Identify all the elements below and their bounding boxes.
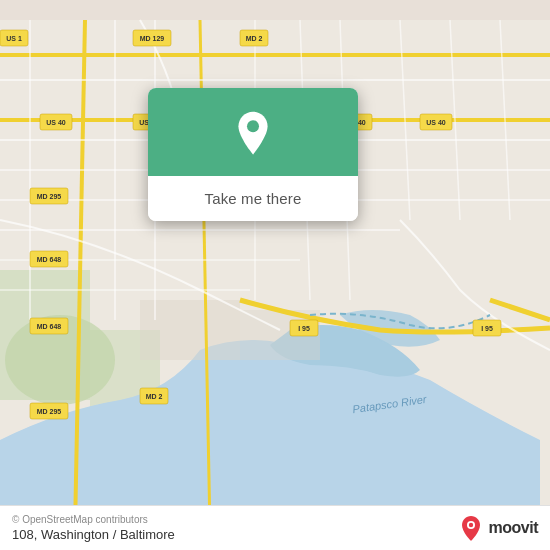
svg-text:MD 129: MD 129 bbox=[140, 35, 165, 42]
bottom-bar: © OpenStreetMap contributors 108, Washin… bbox=[0, 505, 550, 550]
svg-text:MD 648: MD 648 bbox=[37, 256, 62, 263]
svg-text:MD 2: MD 2 bbox=[246, 35, 263, 42]
map-container: MD 129 MD 2 US 1 US 40 US 40 US 40 US 40… bbox=[0, 0, 550, 550]
popup-icon-area bbox=[148, 88, 358, 176]
svg-point-59 bbox=[468, 523, 472, 527]
svg-text:MD 2: MD 2 bbox=[146, 393, 163, 400]
copyright-text: © OpenStreetMap contributors bbox=[12, 514, 175, 525]
svg-text:I 95: I 95 bbox=[298, 325, 310, 332]
moovit-brand-text: moovit bbox=[489, 519, 538, 537]
moovit-logo: moovit bbox=[457, 514, 538, 542]
svg-text:MD 295: MD 295 bbox=[37, 408, 62, 415]
svg-text:US 40: US 40 bbox=[426, 119, 446, 126]
moovit-brand-icon bbox=[457, 514, 485, 542]
bottom-left-info: © OpenStreetMap contributors 108, Washin… bbox=[12, 514, 175, 542]
svg-point-57 bbox=[247, 120, 259, 132]
svg-text:I 95: I 95 bbox=[481, 325, 493, 332]
map-background: MD 129 MD 2 US 1 US 40 US 40 US 40 US 40… bbox=[0, 0, 550, 550]
take-me-there-button[interactable]: Take me there bbox=[148, 176, 358, 221]
svg-text:MD 295: MD 295 bbox=[37, 193, 62, 200]
svg-text:US 1: US 1 bbox=[6, 35, 22, 42]
popup-card: Take me there bbox=[148, 88, 358, 221]
location-label: 108, Washington / Baltimore bbox=[12, 527, 175, 542]
svg-text:MD 648: MD 648 bbox=[37, 323, 62, 330]
location-pin-icon bbox=[229, 110, 277, 158]
svg-text:US 40: US 40 bbox=[46, 119, 66, 126]
